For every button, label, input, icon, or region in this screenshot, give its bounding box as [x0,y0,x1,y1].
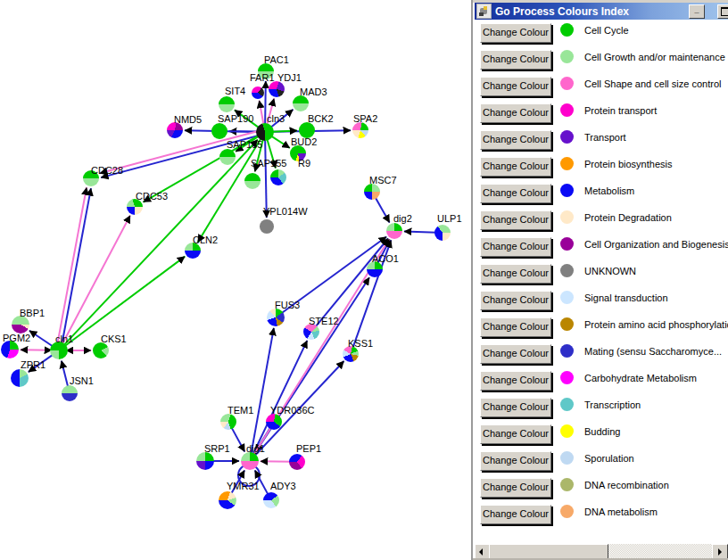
node-label-BUD2: BUD2 [291,137,317,147]
colour-swatch [560,130,574,144]
node-CKS1[interactable] [93,342,109,358]
node-label-JSN1: JSN1 [70,376,94,386]
legend-row: Change ColourCell Cycle [473,21,728,47]
network-edge-cln3-FAR1 [260,101,264,125]
node-label-MSC7: MSC7 [369,176,397,185]
node-FUS3[interactable] [267,309,285,326]
colour-swatch [560,77,574,90]
network-edge-ULP1-dig2 [404,231,436,232]
legend-row: Change ColourSporulation [473,449,728,475]
node-label-CLN2: CLN2 [193,235,218,245]
node-label-YPL014W: YPL014W [263,207,308,217]
change-colour-button[interactable]: Change Colour [480,184,551,203]
colour-swatch [560,50,574,63]
change-colour-button[interactable]: Change Colour [480,505,551,524]
change-colour-button[interactable]: Change Colour [480,157,551,177]
node-SAP185[interactable] [219,149,236,165]
colour-swatch [560,478,574,491]
change-colour-button[interactable]: Change Colour [480,50,551,70]
change-colour-button[interactable]: Change Colour [480,23,551,43]
colour-swatch [560,184,574,197]
network-edge-PEP1-dig1 [261,461,291,462]
change-colour-button[interactable]: Change Colour [480,237,551,257]
node-ADY3[interactable] [263,492,279,508]
node-YDJ1[interactable] [269,81,285,97]
legend-row: Change ColourCell Shape and cell size co… [473,74,728,101]
node-SPA2[interactable] [352,122,368,138]
legend-item-label: Cell Growth and/or maintenance [584,52,725,62]
change-colour-button[interactable]: Change Colour [480,130,551,150]
node-label-CKS1: CKS1 [101,334,127,344]
change-colour-button[interactable]: Change Colour [480,478,551,498]
network-edge-cln1-PGM2 [21,350,52,350]
change-colour-button[interactable]: Change Colour [480,264,551,284]
node-dig1[interactable] [241,452,259,470]
node-cln3[interactable] [256,123,274,141]
scroll-right-icon [718,548,722,556]
change-colour-button[interactable]: Change Colour [480,317,551,337]
node-dig2[interactable] [386,223,402,239]
legend-item-label: Transcription [584,399,641,410]
change-colour-button[interactable]: Change Colour [480,291,551,310]
node-ZPR1[interactable] [11,369,29,387]
node-ULP1[interactable] [434,225,451,241]
change-colour-button[interactable]: Change Colour [480,344,551,364]
node-FAR1[interactable] [252,86,264,99]
node-cln1[interactable] [50,342,68,359]
node-label-PAC1: PAC1 [264,55,289,65]
colour-swatch [560,451,574,465]
node-SAP190[interactable] [211,123,228,139]
legend-item-label: Sporulation [584,453,634,464]
node-TEM1[interactable] [220,414,236,430]
change-colour-button[interactable]: Change Colour [480,424,551,444]
change-colour-button[interactable]: Change Colour [480,371,551,391]
network-edge-cln1-CDC53 [62,216,130,344]
node-YDR036C[interactable] [266,414,282,430]
node-SIT4[interactable] [219,96,235,112]
change-colour-button[interactable]: Change Colour [480,77,551,96]
colour-swatch [560,424,574,438]
legend-row: Change ColourUNKNOWN [473,261,728,288]
node-label-R9: R9 [298,159,310,169]
legend-item-label: Mating (sensu Saccharomyce... [584,346,722,357]
change-colour-button[interactable]: Change Colour [480,210,551,230]
node-label-TEM1: TEM1 [228,406,253,416]
change-colour-button[interactable]: Change Colour [480,451,551,471]
node-YMR31[interactable] [219,491,236,509]
change-colour-button[interactable]: Change Colour [480,103,551,123]
change-colour-button[interactable]: Change Colour [480,398,551,417]
legend-row: Change ColourTransport [473,128,728,154]
node-PGM2[interactable] [1,341,19,358]
legend-item-label: Metabolism [584,185,634,196]
maximize-button[interactable] [717,4,728,19]
colour-swatch [560,23,574,37]
legend-row: Change ColourProtein amino acid phosphor… [473,315,728,342]
legend-item-label: Transport [584,132,626,143]
node-label-ULP1: ULP1 [437,214,462,224]
node-label-ACO1: ACO1 [372,254,399,264]
legend-row: Change ColourMating (sensu Saccharomyce.… [473,342,728,368]
legend-item-label: Cell Organization and Biogenesis [584,239,728,250]
node-YPL014W[interactable] [260,219,274,234]
node-SRP1[interactable] [196,452,214,470]
legend-row: Change ColourDNA metabolism [473,502,728,529]
legend-item-label: Signal transduction [584,292,668,303]
legend-row: Change ColourCell Growth and/or maintena… [473,47,728,74]
horizontal-scrollbar[interactable] [475,544,728,558]
node-label-KSS1: KSS1 [348,339,373,349]
minimize-button[interactable]: _ [689,4,705,19]
network-edge-cln3-BUD2 [271,136,290,148]
node-MSC7[interactable] [364,184,380,200]
node-label-CDC53: CDC53 [136,192,168,202]
node-MAD3[interactable] [293,95,309,111]
legend-row: Change ColourMetabolism [473,181,728,208]
node-JSN1[interactable] [62,385,78,401]
legend-item-label: Budding [584,426,620,437]
node-SAP155[interactable] [244,173,261,189]
node-PEP1[interactable] [289,454,305,470]
network-canvas: PAC1FAR1YDJ1SIT4MAD3NMD5SAP190cln3BCK2SP… [0,0,471,560]
node-BBP1[interactable] [12,316,29,334]
node-label-YDJ1: YDJ1 [277,73,302,83]
network-edge-cln1-BBP1 [29,331,53,347]
node-R9[interactable] [270,169,286,185]
